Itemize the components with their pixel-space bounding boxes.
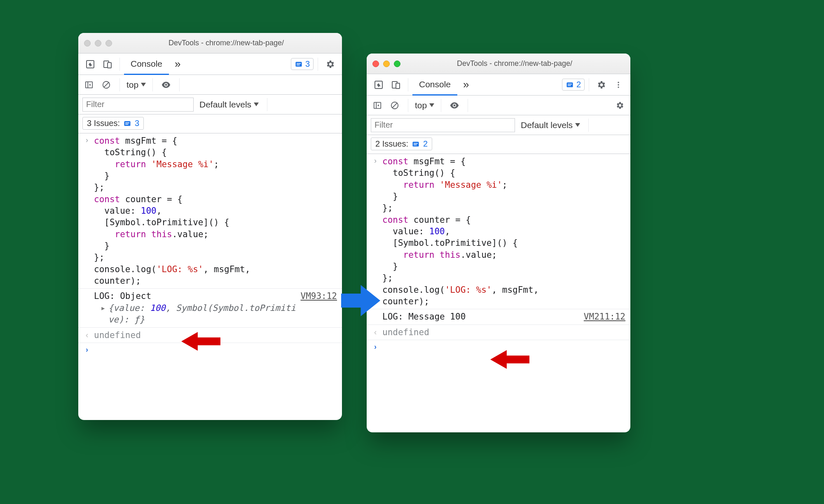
source-link[interactable]: VM93:12 (300, 290, 337, 302)
main-toolbar: Console » 2 (367, 74, 630, 96)
filter-bar: Default levels (367, 115, 630, 135)
filter-input[interactable] (371, 118, 515, 132)
context-selector[interactable]: top (415, 100, 434, 110)
clear-console-icon[interactable] (388, 99, 401, 112)
traffic-lights[interactable] (84, 40, 112, 47)
log-text: LOG: Message 100 (382, 311, 466, 322)
svg-point-18 (618, 84, 619, 85)
svg-rect-16 (568, 85, 571, 86)
live-expression-icon[interactable] (159, 78, 173, 91)
svg-rect-4 (297, 63, 301, 64)
device-toggle-icon[interactable] (388, 77, 404, 93)
prompt-icon: › (372, 156, 379, 165)
svg-rect-3 (295, 62, 302, 67)
window-title: DevTools - chrome://new-tab-page/ (405, 59, 625, 68)
issues-chip[interactable]: 3 Issues: 3 (82, 117, 144, 130)
sidebar-toggle-icon[interactable] (371, 99, 384, 112)
filter-input[interactable] (82, 98, 194, 112)
device-toggle-icon[interactable] (100, 56, 115, 72)
prompt-row[interactable]: › (367, 340, 630, 353)
close-icon[interactable] (84, 40, 91, 47)
titlebar[interactable]: DevTools - chrome://new-tab-page/ (78, 33, 342, 54)
context-selector[interactable]: top (126, 80, 146, 90)
devtools-window-before: DevTools - chrome://new-tab-page/ Consol… (78, 33, 342, 420)
issues-count: 2 (576, 80, 581, 89)
issues-count: 2 (423, 139, 428, 149)
separator (119, 78, 120, 91)
log-text: LOG: Object (94, 290, 151, 302)
return-row: ‹ undefined (78, 328, 342, 343)
kebab-menu-icon[interactable] (611, 77, 626, 93)
clear-console-icon[interactable] (100, 78, 113, 91)
svg-point-19 (618, 86, 619, 88)
more-tabs-icon[interactable]: » (459, 78, 473, 91)
object-preview[interactable]: ▸ {value: 100, Symbol(Symbol.toPrimitive… (94, 302, 337, 326)
chevron-down-icon (429, 103, 434, 107)
sidebar-toggle-icon[interactable] (82, 78, 96, 91)
prompt-icon: › (372, 342, 379, 351)
issues-chip[interactable]: 2 Issues: 2 (371, 138, 432, 150)
svg-rect-22 (413, 142, 419, 147)
code-snippet[interactable]: const msgFmt = { toString() { return 'Me… (94, 135, 337, 287)
chevron-down-icon (141, 83, 146, 86)
svg-rect-15 (568, 84, 572, 84)
log-output-row: LOG: Object VM93:12 ▸ {value: 100, Symbo… (78, 289, 342, 327)
devtools-window-after: DevTools - chrome://new-tab-page/ Consol… (367, 54, 630, 432)
main-toolbar: Console » 3 (78, 54, 342, 75)
separator (179, 78, 180, 91)
levels-selector[interactable]: Default levels (521, 120, 580, 130)
issue-icon (295, 60, 303, 68)
settings-icon[interactable] (593, 77, 609, 93)
separator (588, 119, 589, 132)
inspect-icon[interactable] (371, 77, 386, 93)
issue-icon (123, 119, 131, 128)
issues-badge[interactable]: 3 (291, 58, 314, 70)
tab-label: Console (419, 79, 451, 89)
svg-point-17 (618, 82, 619, 83)
live-expression-icon[interactable] (448, 99, 461, 112)
issues-bar: 2 Issues: 2 (367, 135, 630, 154)
minimize-icon[interactable] (383, 61, 390, 67)
svg-rect-5 (297, 64, 300, 65)
titlebar[interactable]: DevTools - chrome://new-tab-page/ (367, 54, 630, 74)
expand-icon[interactable]: ▸ (101, 302, 106, 326)
issues-bar: 3 Issues: 3 (78, 114, 342, 133)
settings-icon[interactable] (613, 99, 626, 112)
transition-arrow-icon (341, 284, 380, 317)
tab-console[interactable]: Console (124, 54, 169, 75)
prompt-row[interactable]: › (78, 343, 342, 356)
minimize-icon[interactable] (95, 40, 101, 47)
zoom-icon[interactable] (105, 40, 112, 47)
settings-icon[interactable] (322, 56, 338, 72)
issues-count: 3 (305, 59, 310, 69)
return-icon: ‹ (372, 327, 379, 337)
svg-rect-23 (414, 143, 418, 144)
tab-console[interactable]: Console (412, 74, 457, 96)
console-input-row: › const msgFmt = { toString() { return '… (78, 133, 342, 289)
console-input-row: › const msgFmt = { toString() { return '… (367, 154, 630, 309)
levels-label: Default levels (199, 100, 251, 110)
separator (408, 78, 408, 91)
issues-badge[interactable]: 2 (562, 79, 585, 91)
traffic-lights[interactable] (372, 61, 400, 67)
issue-icon (566, 81, 574, 89)
log-output-row: LOG: Message 100 VM211:12 (367, 309, 630, 324)
separator (408, 99, 408, 112)
separator (468, 99, 468, 112)
zoom-icon[interactable] (394, 61, 400, 67)
more-tabs-icon[interactable]: » (171, 58, 185, 70)
separator (318, 58, 318, 71)
undefined-text: undefined (94, 329, 337, 341)
prompt-icon: › (83, 135, 91, 145)
issues-count: 3 (135, 119, 139, 128)
close-icon[interactable] (372, 61, 379, 67)
svg-rect-14 (566, 82, 573, 87)
source-link[interactable]: VM211:12 (584, 311, 625, 322)
window-title: DevTools - chrome://new-tab-page/ (116, 39, 336, 47)
separator (152, 78, 153, 91)
return-row: ‹ undefined (367, 325, 630, 340)
code-snippet[interactable]: const msgFmt = { toString() { return 'Me… (382, 156, 625, 307)
inspect-icon[interactable] (82, 56, 98, 72)
levels-selector[interactable]: Default levels (199, 100, 259, 110)
tab-label: Console (131, 59, 162, 69)
